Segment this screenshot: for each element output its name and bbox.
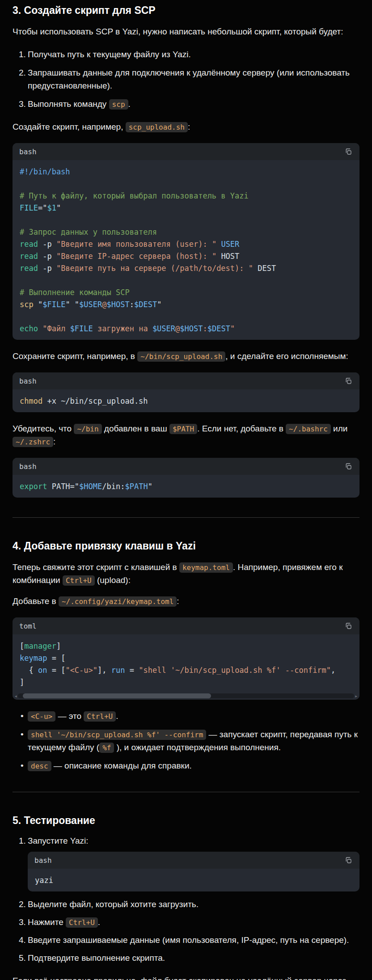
text-segment: Введите запрашиваемые данные (имя пользо… bbox=[28, 935, 349, 945]
list-item-text: Запустите Yazi: bbox=[28, 836, 89, 845]
code-block-header: bash bbox=[13, 458, 359, 475]
code-block-header: bash bbox=[28, 852, 359, 869]
code-block-header: toml bbox=[13, 617, 359, 634]
list-item-text: Нажмите Ctrl+U. bbox=[28, 917, 100, 927]
code-block-scp-script: bash #!/bin/bash # Путь к файлу, который… bbox=[13, 143, 359, 340]
scroll-left-arrow[interactable]: ◂ bbox=[14, 694, 18, 698]
list-item: Выделите файл, который хотите загрузить. bbox=[13, 898, 359, 911]
paragraph-add-keymap: Добавьте в ~/.config/yazi/keymap.toml: bbox=[13, 595, 359, 608]
paragraph-save-script: Сохраните скрипт, например, в ~/bin/scp_… bbox=[13, 350, 359, 363]
inline-code: <C-u> bbox=[28, 711, 55, 722]
text-segment: ), и ожидает подтверждения выполнения. bbox=[114, 743, 281, 752]
inline-code: ~/bin bbox=[74, 424, 101, 434]
code-line: scp "$FILE" "$USER@$HOST:$DEST" bbox=[20, 299, 352, 311]
scrollbar-thumb[interactable] bbox=[23, 693, 211, 698]
inline-code: ~/.zshrc bbox=[13, 437, 53, 447]
text-segment: : bbox=[53, 437, 55, 446]
text-segment: (upload): bbox=[95, 575, 131, 585]
text-segment: , и сделайте его исполняемым: bbox=[225, 351, 348, 361]
ordered-list-script-goals: Получать путь к текущему файлу из Yazi. … bbox=[13, 48, 359, 110]
inline-code: ~/.bashrc bbox=[286, 424, 331, 434]
horizontal-scrollbar[interactable]: ◂ ▸ bbox=[13, 693, 359, 700]
text-segment: Нажмите bbox=[28, 917, 66, 927]
list-item: Получать путь к текущему файлу из Yazi. bbox=[13, 48, 359, 61]
text-segment: Получать путь к текущему файлу из Yazi. bbox=[28, 50, 191, 59]
list-item-text: Подтвердите выполнение скрипта. bbox=[28, 953, 165, 963]
code-language-label: toml bbox=[19, 620, 37, 633]
code-language-label: bash bbox=[19, 460, 37, 473]
list-item-text: Запрашивать данные для подключения к уда… bbox=[28, 68, 350, 90]
inline-code: desc bbox=[28, 761, 51, 771]
code-line bbox=[20, 275, 352, 287]
paragraph-intro-4: Теперь свяжите этот скрипт с клавишей в … bbox=[13, 561, 359, 587]
code-block-body: [manager]keymap = [ { on = ["<C-u>"], ru… bbox=[13, 634, 359, 693]
inline-code: Ctrl+U bbox=[84, 711, 116, 722]
text-segment: Запустите Yazi: bbox=[28, 836, 89, 845]
inline-code: $PATH bbox=[169, 424, 197, 434]
text-segment: Создайте скрипт, например, bbox=[13, 122, 126, 131]
section-divider bbox=[13, 517, 359, 518]
chat-message-content: 3. Создайте скрипт для SCP Чтобы использ… bbox=[0, 0, 372, 980]
paragraph-create-script: Создайте скрипт, например, scp_upload.sh… bbox=[13, 120, 359, 133]
code-line: read -p "Введите имя пользователя (user)… bbox=[20, 238, 352, 250]
copy-code-button[interactable] bbox=[344, 462, 353, 471]
text-segment: Если всё настроено правильно, файл будет… bbox=[13, 976, 346, 980]
text-segment: Выполнять команду bbox=[28, 99, 109, 109]
list-item-text: shell '~/bin/scp_upload.sh %f' --confirm… bbox=[28, 730, 358, 752]
text-segment: . bbox=[128, 99, 131, 109]
paragraph-path-check: Убедитесь, что ~/bin добавлен в ваш $PAT… bbox=[13, 422, 359, 448]
bullet-list-keymap-notes: <C-u> — это Ctrl+U. shell '~/bin/scp_upl… bbox=[13, 710, 359, 772]
text-segment: . bbox=[116, 711, 118, 721]
code-block-header: bash bbox=[13, 372, 359, 389]
code-line: read -p "Введите IP-адрес сервера (host)… bbox=[20, 250, 352, 262]
section-heading-4: 4. Добавьте привязку клавиш в Yazi bbox=[13, 539, 359, 553]
list-item: Нажмите Ctrl+U. bbox=[13, 916, 359, 929]
code-block-body: export PATH="$HOME/bin:$PATH" bbox=[13, 475, 359, 498]
section-heading-3: 3. Создайте скрипт для SCP bbox=[13, 4, 359, 17]
copy-icon bbox=[345, 857, 352, 864]
scrollbar-track[interactable] bbox=[18, 693, 355, 698]
inline-code: shell '~/bin/scp_upload.sh %f' --confirm bbox=[28, 730, 206, 740]
code-line bbox=[20, 178, 352, 190]
text-segment: — это bbox=[55, 711, 84, 721]
text-segment: . Если нет, добавьте в bbox=[197, 424, 286, 433]
code-line: #!/bin/bash bbox=[20, 166, 352, 178]
code-block-body: chmod +x ~/bin/scp_upload.sh bbox=[13, 389, 359, 412]
section-divider bbox=[13, 792, 359, 792]
paragraph-intro-3: Чтобы использовать SCP в Yazi, нужно нап… bbox=[13, 25, 359, 38]
copy-code-button[interactable] bbox=[344, 621, 353, 630]
code-line: [manager] bbox=[20, 640, 352, 652]
code-language-label: bash bbox=[34, 854, 52, 867]
code-block-body: #!/bin/bash # Путь к файлу, который выбр… bbox=[13, 160, 359, 340]
scroll-right-arrow[interactable]: ▸ bbox=[354, 694, 358, 698]
list-item: Введите запрашиваемые данные (имя пользо… bbox=[13, 934, 359, 946]
inline-code: scp bbox=[109, 99, 128, 110]
inline-code: %f bbox=[99, 743, 114, 753]
list-item: desc — описание команды для справки. bbox=[13, 759, 359, 772]
list-item: Подтвердите выполнение скрипта. bbox=[13, 951, 359, 964]
code-block-header: bash bbox=[13, 143, 359, 160]
code-line bbox=[20, 311, 352, 323]
code-block-chmod: bash chmod +x ~/bin/scp_upload.sh bbox=[13, 372, 359, 412]
list-item-text: desc — описание команды для справки. bbox=[28, 761, 192, 770]
inline-code: Ctrl+U bbox=[63, 575, 95, 586]
copy-code-button[interactable] bbox=[344, 147, 353, 156]
text-segment: Выделите файл, который хотите загрузить. bbox=[28, 900, 199, 909]
list-item-text: Выполнять команду scp. bbox=[28, 99, 131, 109]
code-line: chmod +x ~/bin/scp_upload.sh bbox=[20, 395, 352, 407]
list-item: shell '~/bin/scp_upload.sh %f' --confirm… bbox=[13, 728, 359, 754]
list-item: Запустите Yazi: bash yazi bbox=[13, 834, 359, 891]
text-segment: Добавьте в bbox=[13, 596, 59, 606]
list-item: <C-u> — это Ctrl+U. bbox=[13, 710, 359, 722]
inline-code: scp_upload.sh bbox=[126, 122, 188, 132]
copy-code-button[interactable] bbox=[344, 376, 353, 385]
code-line: FILE="$1" bbox=[20, 202, 352, 214]
copy-code-button[interactable] bbox=[344, 856, 353, 865]
code-line: keymap = [ bbox=[20, 652, 352, 664]
inline-code: keymap.toml bbox=[179, 562, 233, 573]
code-line: # Запрос данных у пользователя bbox=[20, 226, 352, 238]
text-segment: Чтобы использовать SCP в Yazi, нужно нап… bbox=[13, 27, 343, 36]
list-item: Запрашивать данные для подключения к уда… bbox=[13, 66, 359, 92]
list-item-text: Выделите файл, который хотите загрузить. bbox=[28, 900, 199, 909]
inline-code: ~/.config/yazi/keymap.toml bbox=[59, 596, 177, 607]
